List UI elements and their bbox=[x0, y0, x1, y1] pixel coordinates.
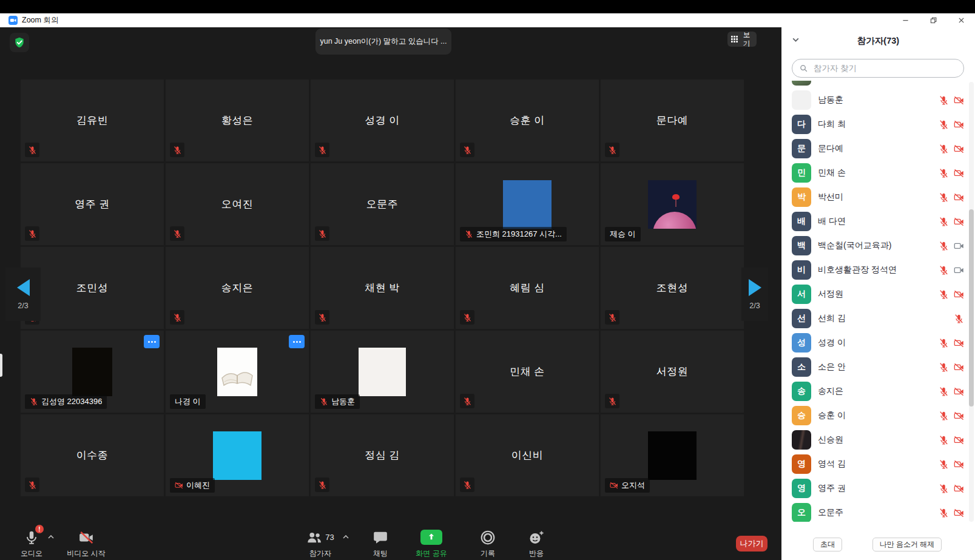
audio-button[interactable]: ! 오디오 bbox=[4, 528, 59, 559]
video-tile[interactable]: 오여진 bbox=[166, 163, 309, 245]
record-button[interactable]: 기록 bbox=[461, 528, 515, 559]
video-tile[interactable]: 혜림 심 bbox=[456, 247, 599, 329]
participant-name-label: 나경 이 bbox=[170, 394, 206, 409]
leave-button[interactable]: 나가기 bbox=[736, 536, 768, 552]
participant-video bbox=[648, 180, 697, 229]
video-tile[interactable]: 민채 손 bbox=[456, 331, 599, 413]
avatar bbox=[792, 430, 811, 450]
page-indicator: 2/3 bbox=[749, 302, 760, 310]
avatar: 승 bbox=[792, 406, 811, 425]
video-tile[interactable]: 성경 이 bbox=[311, 79, 454, 161]
video-tile[interactable]: 이신비 bbox=[456, 414, 599, 496]
video-tile[interactable]: 정심 김 bbox=[311, 414, 454, 496]
video-tile[interactable]: 채현 박 bbox=[311, 247, 454, 329]
video-tile[interactable]: 이혜진 bbox=[166, 414, 309, 496]
participant-row[interactable]: 오오문주 bbox=[781, 501, 975, 522]
video-off-icon bbox=[954, 81, 964, 81]
view-button[interactable]: 보기 bbox=[727, 32, 757, 47]
video-off-icon bbox=[954, 289, 964, 300]
video-tile[interactable]: 나경 이 bbox=[166, 331, 309, 413]
video-tile[interactable]: 조민성 bbox=[21, 247, 164, 329]
minimize-button[interactable] bbox=[891, 13, 919, 27]
video-tile[interactable]: 송지은 bbox=[166, 247, 309, 329]
participant-row[interactable]: 송송지은 bbox=[781, 379, 975, 403]
video-tile[interactable]: 조현성 bbox=[601, 247, 744, 329]
video-off-icon bbox=[954, 484, 964, 494]
participant-row[interactable]: 비비호생활관장 정석연 bbox=[781, 258, 975, 282]
record-icon bbox=[480, 528, 496, 545]
video-tile[interactable]: 김성영 22034396 bbox=[21, 331, 164, 413]
avatar: 문 bbox=[792, 139, 811, 158]
share-screen-button[interactable]: 화면 공유 bbox=[404, 528, 459, 559]
participant-row[interactable]: 성성경 이 bbox=[781, 331, 975, 355]
video-tile[interactable]: 김유빈 bbox=[21, 79, 164, 161]
participant-status-icons bbox=[939, 338, 964, 348]
mic-muted-icon bbox=[939, 484, 949, 494]
start-video-label: 비디오 시작 bbox=[67, 548, 105, 559]
participant-row[interactable]: 신승원 bbox=[781, 428, 975, 452]
reactions-button[interactable]: 반응 bbox=[509, 528, 564, 559]
video-tile[interactable]: 문다예 bbox=[601, 79, 744, 161]
video-tile[interactable]: 조민희 21931267 시각... bbox=[456, 163, 599, 245]
participant-name: 김유빈 bbox=[21, 79, 164, 161]
participants-options-chevron[interactable] bbox=[342, 535, 351, 541]
scrollbar-thumb[interactable] bbox=[969, 209, 974, 407]
video-on-icon bbox=[954, 265, 964, 275]
reactions-label: 반응 bbox=[529, 548, 544, 559]
panel-handle[interactable] bbox=[0, 354, 2, 377]
participant-row[interactable]: 소소은 안 bbox=[781, 355, 975, 379]
previous-page-button[interactable]: 2/3 bbox=[5, 268, 41, 321]
participant-row[interactable]: 다다희 최 bbox=[781, 112, 975, 137]
more-options-button[interactable] bbox=[144, 335, 160, 348]
participant-row[interactable]: 선선희 김 bbox=[781, 306, 975, 331]
participant-status-icons bbox=[939, 289, 964, 300]
participant-name: 혜림 심 bbox=[456, 247, 599, 329]
video-tile[interactable]: 이수종 bbox=[21, 414, 164, 496]
participants-panel: 참가자(73) 남동훈다다희 최문문다예민민채 손박박선미배배 다연백백순철(국… bbox=[781, 27, 975, 560]
restore-button[interactable] bbox=[919, 13, 947, 27]
participant-row[interactable]: 남동훈 bbox=[781, 88, 975, 112]
video-tile[interactable]: 오지석 bbox=[601, 414, 744, 496]
participant-row[interactable]: 문문다예 bbox=[781, 137, 975, 161]
record-label: 기록 bbox=[481, 548, 495, 559]
video-tile[interactable]: 오문주 bbox=[311, 163, 454, 245]
start-video-button[interactable]: 비디오 시작 bbox=[59, 528, 113, 559]
participant-row[interactable]: 백백순철(국어교육과) bbox=[781, 234, 975, 258]
participants-button[interactable]: 73 참가자 bbox=[293, 528, 348, 559]
audio-options-chevron[interactable] bbox=[47, 535, 56, 541]
participants-icon bbox=[306, 528, 322, 545]
video-tile[interactable]: 승훈 이 bbox=[456, 79, 599, 161]
participant-row[interactable]: 박박선미 bbox=[781, 185, 975, 209]
chat-button[interactable]: 채팅 bbox=[353, 528, 408, 559]
video-tile[interactable]: 황성은 bbox=[166, 79, 309, 161]
more-options-button[interactable] bbox=[289, 335, 305, 348]
participant-name: 송지은 bbox=[166, 247, 309, 329]
participant-name: 김성영 22034396 bbox=[41, 396, 102, 407]
next-page-button[interactable]: 2/3 bbox=[741, 268, 768, 321]
search-input[interactable] bbox=[812, 63, 963, 73]
mic-muted-icon bbox=[939, 265, 949, 275]
participant-name: 신승원 bbox=[818, 434, 939, 445]
scrollbar[interactable] bbox=[969, 82, 974, 522]
video-tile[interactable]: 남동훈 bbox=[311, 331, 454, 413]
participant-row[interactable]: 서서정원 bbox=[781, 282, 975, 306]
participant-row[interactable]: 민민채 손 bbox=[781, 161, 975, 185]
security-shield-icon[interactable] bbox=[10, 33, 29, 52]
unmute-all-button[interactable]: 나만 음소거 해제 bbox=[872, 538, 942, 552]
window-titlebar: Zoom 회의 bbox=[0, 13, 975, 28]
camera-off-icon bbox=[78, 528, 94, 545]
video-tile[interactable]: 서정원 bbox=[601, 331, 744, 413]
participant-row[interactable]: 영영주 권 bbox=[781, 476, 975, 501]
participant-search[interactable] bbox=[792, 59, 964, 78]
invite-button[interactable]: 초대 bbox=[813, 538, 842, 552]
close-button[interactable] bbox=[947, 13, 975, 27]
participant-row[interactable]: 승승훈 이 bbox=[781, 403, 975, 428]
window-controls bbox=[891, 13, 975, 27]
participant-row[interactable]: 영영석 김 bbox=[781, 452, 975, 476]
video-tile[interactable]: 영주 권 bbox=[21, 163, 164, 245]
participant-status-icons bbox=[939, 168, 964, 178]
video-tile[interactable]: 제승 이 bbox=[601, 163, 744, 245]
participant-name: 오문주 bbox=[818, 507, 939, 518]
participant-row[interactable] bbox=[781, 81, 975, 88]
participant-row[interactable]: 배배 다연 bbox=[781, 209, 975, 234]
